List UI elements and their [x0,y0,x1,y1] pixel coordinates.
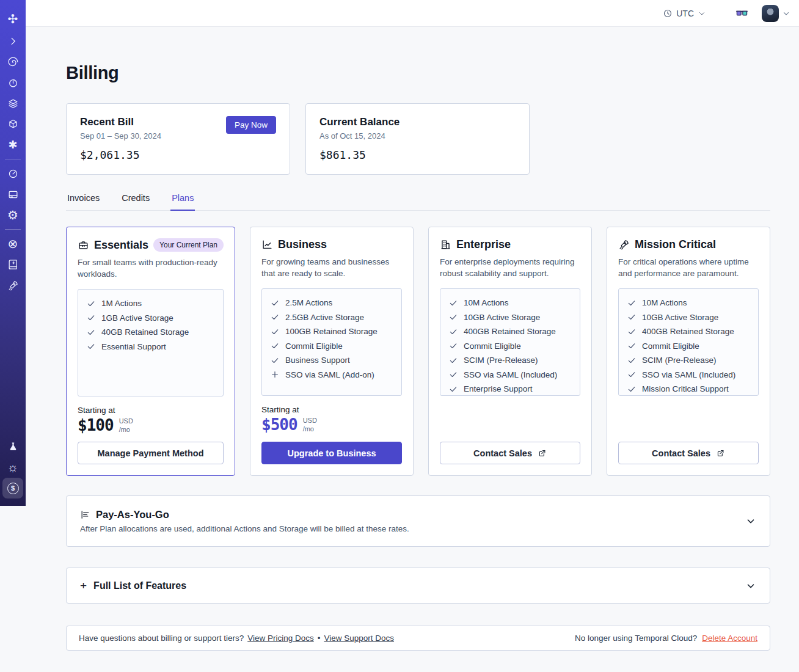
billing-tabs: InvoicesCreditsPlans [66,189,770,211]
check-icon [271,299,279,307]
feature-label: 100GB Retained Storage [285,327,378,336]
layers-icon[interactable] [2,93,23,114]
flask-icon[interactable] [2,436,23,457]
payg-description: After Plan allocations are used, additio… [80,524,409,533]
feature-label: SCIM (Pre-Release) [642,356,717,365]
plan-feature: Essential Support [87,342,216,351]
check-icon [271,313,279,321]
feature-label: SSO via SAML (Included) [642,370,735,379]
pay-now-button[interactable]: Pay Now [226,116,276,134]
plan-price-unit: USD/mo [119,416,133,434]
feature-label: Mission Critical Support [642,384,729,393]
asterisk-icon[interactable]: ✱ [2,134,23,155]
feature-label: 2.5GB Active Storage [285,313,364,322]
check-icon [449,299,458,307]
plan-feature: Enterprise Support [449,384,572,393]
delete-account-link[interactable]: Delete Account [702,634,757,643]
check-icon [627,341,636,350]
card-icon[interactable] [2,184,23,205]
plan-title: Enterprise [456,238,511,251]
feature-label: 1GB Active Storage [101,313,173,323]
pay-as-you-go-accordion[interactable]: Pay-As-You-Go After Plan allocations are… [66,495,770,547]
check-icon [449,327,458,336]
dollar-icon: $ [7,483,19,494]
avatar[interactable] [762,5,779,22]
user-menu[interactable] [762,5,790,22]
feature-label: 1M Actions [101,299,142,308]
chevron-right-icon[interactable] [2,31,23,51]
feature-label: Enterprise Support [464,384,533,393]
support-docs-link[interactable]: View Support Docs [324,634,394,643]
plan-feature: SSO via SAML (Included) [627,370,751,379]
feature-label: 10M Actions [642,298,687,307]
plan-card-enterprise: Enterprise For enterprise deployments re… [428,227,592,476]
full-features-title: Full List of Features [93,580,186,591]
plan-feature: 40GB Retained Storage [87,327,216,337]
check-icon [627,370,636,379]
lifebuoy-icon[interactable]: ⊗ [2,233,23,254]
plan-feature-list: 1M Actions1GB Active Storage40GB Retaine… [78,289,224,396]
check-icon [271,341,279,350]
clock-icon [663,9,673,18]
glasses-icon[interactable] [734,7,750,20]
tab-plans[interactable]: Plans [170,189,195,211]
chevron-down-icon[interactable] [745,516,756,527]
upgrade-to-business-button[interactable]: Upgrade to Business [261,442,402,464]
plan-feature: SCIM (Pre-Release) [449,356,572,365]
pricing-docs-link[interactable]: View Pricing Docs [247,634,314,643]
feature-label: SSO via SAML (Included) [464,370,557,379]
recent-bill-amount: $2,061.35 [80,148,276,161]
plan-pricing: Starting at $500 USD/mo [261,405,402,434]
full-features-accordion[interactable]: + Full List of Features [66,568,770,604]
plus-icon [271,370,279,379]
timer-icon[interactable] [2,72,23,93]
chevron-down-icon[interactable] [745,580,756,591]
feature-label: Commit Eligible [464,341,521,351]
check-icon [449,313,458,321]
feature-label: SCIM (Pre-Release) [464,356,538,365]
sun-icon[interactable]: ☼ [2,457,23,478]
plan-feature: 10GB Active Storage [449,313,572,322]
recent-bill-title: Recent Bill [80,116,161,128]
starting-at-label: Starting at [78,406,224,415]
spiral-icon[interactable] [2,51,23,72]
plan-feature: 10M Actions [449,298,572,307]
plan-title: Business [278,238,327,251]
footer-bar: Have questions about billing or support … [66,626,770,651]
contact-sales-button[interactable]: Contact Sales [618,442,759,464]
plan-pricing: Starting at $100 USD/mo [78,406,224,434]
check-icon [627,313,636,321]
plan-price: $500 [261,415,297,434]
gear-icon[interactable]: ⚙ [2,205,23,225]
manage-payment-method-button[interactable]: Manage Payment Method [78,442,224,464]
plan-feature-list: 10M Actions10GB Active Storage400GB Reta… [440,288,580,396]
gauge-icon[interactable] [2,163,23,184]
briefcase-icon [78,239,89,251]
plan-card-essentials: Essentials Your Current Plan For small t… [66,227,235,476]
book-icon[interactable] [2,254,23,275]
feature-label: 10GB Active Storage [642,313,718,322]
tab-invoices[interactable]: Invoices [66,189,101,210]
plan-feature: SCIM (Pre-Release) [627,356,751,365]
current-plan-badge: Your Current Plan [153,238,224,252]
footer-right-question: No longer using Temporal Cloud? [575,634,697,643]
timezone-selector[interactable]: UTC [663,9,706,18]
recent-bill-period: Sep 01 – Sep 30, 2024 [80,131,161,141]
plan-feature: 1M Actions [87,299,216,308]
plan-feature-list: 2.5M Actions2.5GB Active Storage100GB Re… [261,288,402,396]
cube-icon[interactable] [2,114,23,134]
main-content: Billing Recent Bill Sep 01 – Sep 30, 202… [26,27,799,672]
pinwheel-logo-icon[interactable]: ✣ [2,7,23,31]
check-icon [627,356,636,365]
check-icon [449,341,458,350]
rocket-icon[interactable] [2,275,23,296]
dollar-icon[interactable]: $ [2,478,23,499]
plan-feature: SSO via SAML (Included) [449,370,572,379]
external-link-icon [538,448,547,458]
feature-label: 40GB Retained Storage [101,327,189,337]
contact-sales-button[interactable]: Contact Sales [440,442,580,464]
plan-feature: 400GB Retained Storage [627,327,751,336]
feature-label: SSO via SAML (Add-on) [285,370,374,379]
tab-credits[interactable]: Credits [120,189,151,210]
feature-label: 400GB Retained Storage [464,327,556,336]
